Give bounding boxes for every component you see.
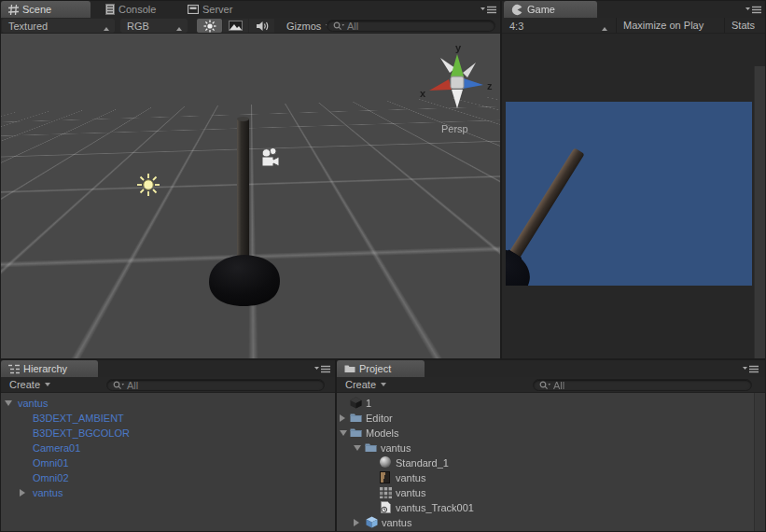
scene-grid-icon bbox=[8, 5, 19, 15]
projection-mode-label[interactable]: Persp bbox=[441, 123, 468, 134]
maximize-on-play-label: Maximize on Play bbox=[623, 20, 703, 31]
game-toolbar: 4:3 Maximize on Play Stats bbox=[502, 18, 765, 34]
orientation-axis-gizmo[interactable]: y x z bbox=[418, 43, 496, 112]
project-search-input[interactable]: All bbox=[533, 379, 752, 391]
lighting-sun-icon bbox=[203, 20, 216, 33]
hierarchy-item[interactable]: B3DEXT_AMBIENT bbox=[1, 411, 335, 426]
hierarchy-tree: vantus B3DEXT_AMBIENT B3DEXT_BGCOLOR Cam… bbox=[1, 393, 335, 531]
folder-icon bbox=[350, 427, 362, 439]
project-item[interactable]: 1 bbox=[337, 396, 765, 411]
unity-scene-icon bbox=[350, 397, 362, 409]
tab-project-label: Project bbox=[359, 363, 391, 374]
plunger-model[interactable] bbox=[202, 116, 287, 308]
scene-panel-menu-icon[interactable] bbox=[480, 6, 497, 14]
project-item[interactable]: Models bbox=[337, 426, 765, 441]
project-item[interactable]: vantus bbox=[337, 441, 765, 455]
render-mode-dropdown[interactable]: Textured bbox=[2, 19, 115, 33]
audio-icon bbox=[256, 21, 269, 32]
hierarchy-item[interactable]: vantus bbox=[1, 396, 335, 411]
skybox-image-icon bbox=[229, 21, 243, 31]
project-panel-menu-icon[interactable] bbox=[743, 365, 759, 373]
foldout-collapsed-icon[interactable] bbox=[20, 489, 25, 497]
project-item[interactable]: Editor bbox=[337, 411, 765, 426]
hierarchy-item-label: Omni01 bbox=[33, 457, 69, 469]
project-item-label: Standard_1 bbox=[396, 457, 449, 469]
project-item[interactable]: vantus bbox=[337, 470, 765, 485]
hierarchy-item[interactable]: B3DEXT_BGCOLOR bbox=[1, 426, 335, 441]
foldout-expanded-icon[interactable] bbox=[354, 445, 361, 451]
render-mode-value: Textured bbox=[8, 21, 48, 32]
project-panel: Project Create All 1 Editor Models bbox=[336, 359, 766, 532]
hierarchy-create-button[interactable]: Create bbox=[3, 377, 57, 393]
project-create-button[interactable]: Create bbox=[339, 377, 393, 393]
maximize-on-play-button[interactable]: Maximize on Play bbox=[616, 18, 710, 34]
project-folder-icon bbox=[344, 364, 355, 373]
axis-y-cone[interactable] bbox=[451, 54, 464, 77]
skybox-toggle-button[interactable] bbox=[223, 19, 248, 33]
create-label: Create bbox=[345, 379, 376, 390]
hierarchy-item[interactable]: vantus bbox=[1, 485, 335, 500]
color-mode-dropdown[interactable]: RGB bbox=[120, 19, 188, 33]
hierarchy-item[interactable]: Camera01 bbox=[1, 441, 335, 455]
aspect-ratio-dropdown[interactable]: 4:3 bbox=[503, 19, 613, 33]
search-placeholder: All bbox=[347, 21, 358, 32]
game-plunger-model bbox=[506, 102, 752, 286]
foldout-collapsed-icon[interactable] bbox=[340, 414, 345, 422]
hierarchy-panel: Hierarchy Create All vantus B3DEXT_AMBIE… bbox=[0, 359, 336, 532]
project-item[interactable]: Standard_1 bbox=[337, 455, 765, 470]
axis-z-cone[interactable] bbox=[463, 78, 483, 89]
game-panel-menu-icon[interactable] bbox=[745, 6, 762, 14]
hierarchy-item-label: B3DEXT_BGCOLOR bbox=[33, 427, 130, 439]
foldout-collapsed-icon[interactable] bbox=[354, 519, 359, 526]
lighting-toggle-button[interactable] bbox=[197, 19, 222, 33]
tab-console-label: Console bbox=[118, 4, 156, 15]
plunger-stick-top bbox=[237, 117, 249, 121]
hierarchy-icon bbox=[8, 364, 20, 374]
search-icon bbox=[113, 381, 124, 390]
dropdown-arrows-icon bbox=[104, 21, 110, 30]
game-viewport[interactable] bbox=[502, 34, 765, 358]
project-toolbar: Create All bbox=[337, 377, 765, 393]
foldout-expanded-icon[interactable] bbox=[340, 430, 347, 436]
material-sphere-icon bbox=[380, 456, 391, 468]
color-mode-value: RGB bbox=[127, 21, 149, 32]
tab-hierarchy-label: Hierarchy bbox=[23, 363, 67, 374]
tab-server-label: Server bbox=[202, 4, 232, 15]
project-scrollbar[interactable] bbox=[754, 393, 765, 531]
scene-viewport[interactable]: y x z Persp bbox=[1, 34, 500, 358]
hierarchy-item[interactable]: Omni02 bbox=[1, 470, 335, 485]
camera-gizmo-icon[interactable] bbox=[258, 147, 282, 167]
audio-toggle-button[interactable] bbox=[249, 19, 274, 33]
hierarchy-search-input[interactable]: All bbox=[106, 379, 325, 391]
directional-light-gizmo-icon[interactable] bbox=[135, 172, 161, 198]
tab-game[interactable]: Game bbox=[504, 1, 597, 18]
hierarchy-panel-menu-icon[interactable] bbox=[314, 365, 331, 373]
hierarchy-item[interactable]: Omni01 bbox=[1, 455, 335, 470]
hierarchy-item-label: vantus bbox=[33, 487, 63, 498]
project-item-label: vantus bbox=[396, 472, 425, 483]
project-item-partial bbox=[337, 530, 765, 531]
project-item-label: Editor bbox=[366, 413, 393, 424]
game-panel: Game 4:3 Maximize on Play Stats bbox=[501, 0, 766, 359]
tab-console[interactable]: Console bbox=[98, 1, 167, 18]
folder-icon bbox=[350, 412, 362, 424]
console-icon bbox=[105, 4, 115, 15]
unity-editor-window: { "colors": { "game_bg": "#33517E", "hie… bbox=[0, 0, 766, 532]
project-item[interactable]: vantus bbox=[337, 485, 765, 500]
axis-x-cone[interactable] bbox=[429, 79, 452, 91]
scene-search-input[interactable]: All bbox=[327, 20, 495, 32]
texture-icon bbox=[380, 471, 390, 483]
animation-clip-icon bbox=[380, 501, 392, 513]
project-item[interactable]: vantus_Track001 bbox=[337, 500, 765, 515]
project-item[interactable]: vantus bbox=[337, 515, 765, 530]
game-render-area bbox=[506, 102, 752, 286]
game-scrollbar[interactable] bbox=[754, 66, 765, 358]
tab-hierarchy[interactable]: Hierarchy bbox=[1, 360, 98, 377]
hierarchy-tabbar: Hierarchy bbox=[1, 360, 335, 377]
foldout-expanded-icon[interactable] bbox=[5, 400, 12, 406]
tab-scene[interactable]: Scene bbox=[1, 1, 91, 18]
tab-server[interactable]: Server bbox=[180, 1, 245, 18]
tab-game-label: Game bbox=[527, 4, 555, 15]
tab-project[interactable]: Project bbox=[337, 360, 425, 377]
stats-button[interactable]: Stats bbox=[724, 18, 761, 34]
